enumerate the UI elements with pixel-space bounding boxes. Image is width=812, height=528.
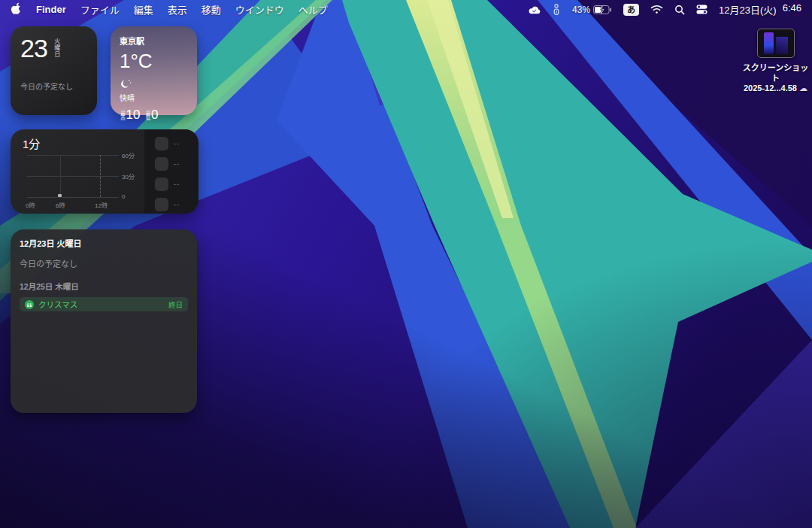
- app-usage-placeholder: --: [174, 160, 180, 168]
- usage-bar: [58, 194, 62, 197]
- battery-charging-icon: [593, 5, 612, 14]
- gridline: [60, 155, 61, 197]
- app-icon-placeholder: [155, 157, 168, 171]
- calendar-list-today-header: 12月23日 火曜日: [20, 237, 188, 249]
- screen-time-widget[interactable]: 1分 60分 30分 0 0時 6時 12時 -- -- --: [11, 129, 198, 214]
- y-tick: 0: [122, 193, 125, 200]
- screen-time-total: 1分: [23, 135, 40, 151]
- screen-time-app-list: -- -- -- --: [144, 129, 198, 214]
- event-title: クリスマス: [38, 299, 164, 310]
- menu-go[interactable]: 移動: [201, 2, 221, 17]
- clear-night-icon: [120, 79, 188, 90]
- weather-high-label: 最高: [120, 111, 125, 120]
- screenshot-thumbnail: [757, 29, 795, 58]
- app-usage-placeholder: --: [174, 140, 180, 147]
- current-time-line: [100, 155, 101, 197]
- menu-file[interactable]: ファイル: [80, 2, 120, 17]
- app-usage-placeholder: --: [174, 201, 180, 208]
- active-app-name[interactable]: Finder: [36, 4, 66, 15]
- menu-view[interactable]: 表示: [168, 2, 187, 17]
- x-tick: 6時: [56, 201, 65, 209]
- weather-low-label: 最低: [144, 111, 150, 120]
- app-row: --: [155, 198, 180, 211]
- spotlight-search-icon[interactable]: [674, 5, 685, 15]
- menu-edit[interactable]: 編集: [134, 2, 153, 17]
- menu-help[interactable]: ヘルプ: [298, 2, 328, 17]
- menu-bar: Finder ファイル 編集 表示 移動 ウインドウ ヘルプ: [0, 0, 812, 19]
- file-label-line1: スクリーンショット: [740, 63, 811, 83]
- event-all-day-label: 終日: [168, 299, 183, 310]
- wifi-icon[interactable]: [650, 5, 663, 14]
- battery-percent: 43%: [572, 5, 590, 15]
- clock-date: 12月23日(火): [719, 2, 777, 17]
- calendar-event-row[interactable]: クリスマス 終日: [20, 297, 188, 311]
- clock-time: 6:46: [783, 2, 801, 17]
- battery-indicator[interactable]: 43%: [572, 5, 612, 15]
- weather-location: 東京駅: [120, 35, 188, 47]
- file-label-line2: 2025-12...4.58 ☁: [740, 83, 811, 94]
- menu-bar-clock[interactable]: 12月23日(火) 6:46: [719, 2, 801, 17]
- app-row: --: [155, 178, 180, 191]
- icloud-status-icon: ☁: [799, 83, 807, 93]
- calendar-weekday: 火曜日: [53, 38, 61, 58]
- gridline: [27, 155, 119, 156]
- control-center-icon[interactable]: [696, 5, 707, 14]
- calendar-widget-list[interactable]: 12月23日 火曜日 今日の予定なし 12月25日 木曜日 クリスマス 終日: [11, 229, 197, 413]
- app-row: --: [155, 137, 180, 150]
- holiday-calendar-icon: [25, 300, 34, 309]
- calendar-list-next-header: 12月25日 木曜日: [20, 281, 188, 292]
- desktop: Finder ファイル 編集 表示 移動 ウインドウ ヘルプ: [0, 0, 812, 528]
- weather-temperature: 1°C: [120, 50, 188, 73]
- accessory-battery-icon[interactable]: [552, 4, 561, 16]
- cloud-sync-icon[interactable]: [528, 5, 541, 15]
- app-icon-placeholder: [155, 198, 168, 211]
- thumbnail-art: [764, 32, 774, 54]
- menu-window[interactable]: ウインドウ: [235, 2, 284, 17]
- input-source-badge[interactable]: あ: [623, 4, 639, 16]
- thumbnail-art: [776, 37, 788, 54]
- calendar-widget-small[interactable]: 23 火曜日 今日の予定なし: [11, 26, 97, 115]
- app-icon-placeholder: [155, 178, 168, 191]
- weather-widget[interactable]: 東京駅 1°C 快晴 最高 10 最低 0: [111, 26, 197, 115]
- calendar-list-no-events: 今日の予定なし: [20, 257, 188, 269]
- app-icon-placeholder: [155, 137, 168, 150]
- calendar-no-events: 今日の予定なし: [20, 80, 87, 92]
- x-tick: 0時: [26, 201, 35, 209]
- weather-high-low: 最高 10 最低 0: [120, 108, 188, 123]
- y-tick: 30分: [122, 172, 135, 181]
- weather-low-value: 0: [151, 108, 158, 123]
- weather-high-value: 10: [126, 108, 141, 123]
- weather-condition: 快晴: [120, 92, 188, 103]
- y-tick: 60分: [122, 151, 135, 159]
- file-label: スクリーンショット 2025-12...4.58 ☁: [740, 63, 811, 94]
- x-tick: 12時: [95, 201, 108, 209]
- app-usage-placeholder: --: [174, 181, 180, 188]
- gridline: [27, 197, 119, 198]
- apple-menu-icon[interactable]: [11, 2, 22, 17]
- calendar-day-number: 23: [20, 35, 47, 61]
- gridline: [27, 176, 119, 177]
- app-row: --: [155, 157, 180, 171]
- desktop-file-screenshot[interactable]: スクリーンショット 2025-12...4.58 ☁: [740, 29, 811, 94]
